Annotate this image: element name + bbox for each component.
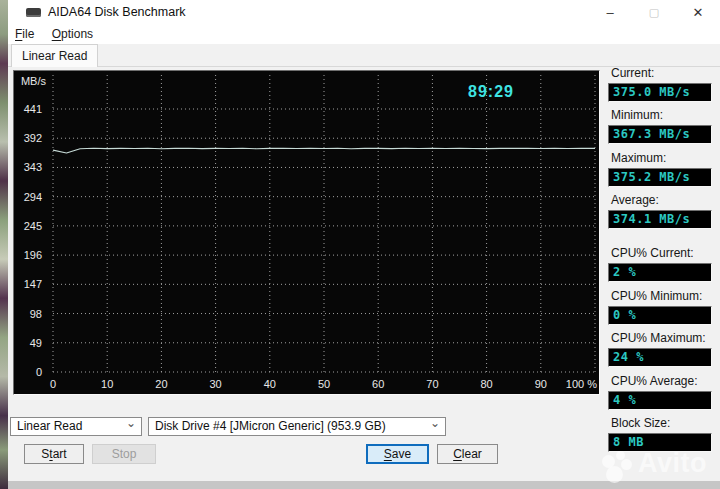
svg-text:147: 147 xyxy=(24,278,42,290)
svg-text:MB/s: MB/s xyxy=(21,75,47,87)
stat-label: CPU% Average: xyxy=(611,374,698,388)
test-type-select[interactable]: Linear Read ⌄ xyxy=(10,417,142,436)
stat-value-box: 375.0 MB/s xyxy=(608,83,712,102)
close-button[interactable]: ✕ xyxy=(676,0,720,24)
chevron-down-icon: ⌄ xyxy=(126,417,136,432)
svg-text:245: 245 xyxy=(24,220,42,232)
window-title: AIDA64 Disk Benchmark xyxy=(48,0,186,24)
drive-select-value: Disk Drive #4 [JMicron Generic] (953.9 G… xyxy=(155,419,386,433)
menu-options[interactable]: Options xyxy=(45,24,100,44)
avito-watermark: Avito xyxy=(596,446,720,486)
svg-text:49: 49 xyxy=(30,337,42,349)
menu-file[interactable]: File xyxy=(8,24,41,44)
avito-logo-circle xyxy=(606,466,623,483)
stop-button: Stop xyxy=(92,444,156,464)
tab-linear-read[interactable]: Linear Read xyxy=(11,44,98,67)
svg-text:100 %: 100 % xyxy=(566,378,597,390)
stat-label: Maximum: xyxy=(611,151,666,165)
stat-label: Current: xyxy=(611,66,654,80)
minimize-icon: – xyxy=(606,5,613,20)
stat-label: CPU% Current: xyxy=(611,246,694,260)
svg-text:294: 294 xyxy=(24,191,42,203)
minimize-button[interactable]: – xyxy=(588,0,632,24)
stat-value-box: 2 % xyxy=(608,263,712,282)
stat-label: Minimum: xyxy=(611,108,663,122)
stat-value-box: 375.2 MB/s xyxy=(608,168,712,187)
svg-text:80: 80 xyxy=(480,378,492,390)
svg-text:70: 70 xyxy=(426,378,438,390)
svg-text:0: 0 xyxy=(36,366,42,378)
svg-text:20: 20 xyxy=(155,378,167,390)
svg-text:90: 90 xyxy=(535,378,547,390)
svg-text:10: 10 xyxy=(101,378,113,390)
maximize-icon: ▢ xyxy=(649,6,659,19)
maximize-button: ▢ xyxy=(632,0,676,24)
close-icon: ✕ xyxy=(693,5,704,20)
stat-value-box: 24 % xyxy=(608,348,712,367)
elapsed-timer: 89:29 xyxy=(468,83,514,100)
drive-select[interactable]: Disk Drive #4 [JMicron Generic] (953.9 G… xyxy=(148,417,446,436)
svg-text:196: 196 xyxy=(24,249,42,261)
svg-text:60: 60 xyxy=(372,378,384,390)
stat-value-box: 4 % xyxy=(608,391,712,410)
svg-text:98: 98 xyxy=(30,308,42,320)
start-button[interactable]: Start xyxy=(24,444,84,464)
caption-buttons: – ▢ ✕ xyxy=(588,0,720,24)
stat-value-box: 374.1 MB/s xyxy=(608,210,712,229)
stat-value-box: 367.3 MB/s xyxy=(608,125,712,144)
svg-text:30: 30 xyxy=(209,378,221,390)
avito-watermark-text: Avito xyxy=(638,448,707,479)
svg-text:50: 50 xyxy=(318,378,330,390)
benchmark-chart: 44139234329424519614798490MB/s0102030405… xyxy=(13,70,600,395)
svg-text:0: 0 xyxy=(50,378,56,390)
svg-text:40: 40 xyxy=(264,378,276,390)
stat-label: Average: xyxy=(611,193,659,207)
svg-text:343: 343 xyxy=(24,161,42,173)
clear-button[interactable]: Clear xyxy=(437,444,498,464)
stat-value-box: 0 % xyxy=(608,306,712,325)
test-type-value: Linear Read xyxy=(17,419,82,433)
stat-label: CPU% Minimum: xyxy=(611,289,702,303)
app-icon xyxy=(26,8,41,17)
avito-logo-circle xyxy=(621,459,632,470)
save-button[interactable]: Save xyxy=(366,444,429,464)
chevron-down-icon: ⌄ xyxy=(430,417,440,432)
stat-label: CPU% Maximum: xyxy=(611,331,706,345)
svg-text:441: 441 xyxy=(24,103,42,115)
background-photo-edge xyxy=(0,0,8,489)
app-window: AIDA64 Disk Benchmark – ▢ ✕ File Options… xyxy=(8,0,720,481)
stat-label: Block Size: xyxy=(611,416,670,430)
menubar: File Options xyxy=(8,24,720,44)
titlebar: AIDA64 Disk Benchmark – ▢ ✕ xyxy=(8,0,720,24)
screenshot-root: AIDA64 Disk Benchmark – ▢ ✕ File Options… xyxy=(0,0,720,489)
svg-text:392: 392 xyxy=(24,132,42,144)
